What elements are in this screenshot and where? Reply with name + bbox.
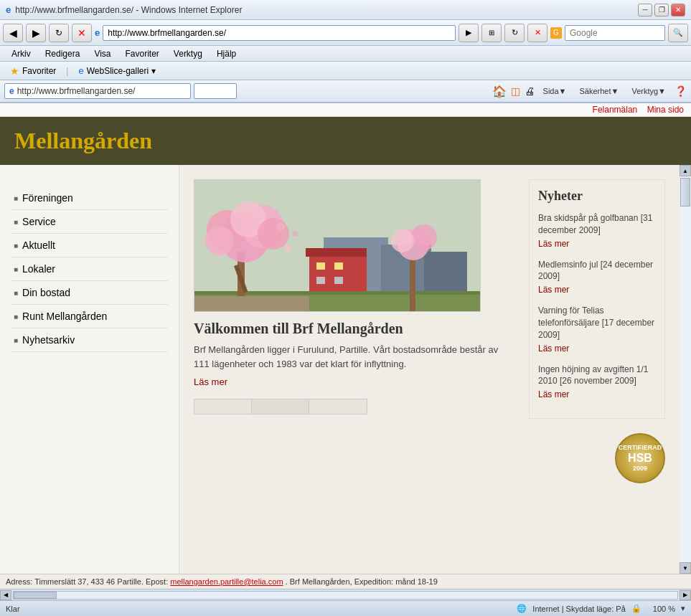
browser-status-bar: Klar 🌐 Internet | Skyddat läge: På 🔒 100… (0, 600, 691, 616)
news-item-0-text: Bra skidspår på golfbanan [31 december 2… (538, 212, 656, 237)
chevron-down-icon[interactable]: ▾ (681, 604, 685, 613)
scroll-left-arrow[interactable]: ◀ (0, 590, 11, 600)
sida-button[interactable]: Sida▼ (539, 85, 571, 97)
nav-item-foreningen[interactable]: ■ Föreningen (11, 186, 168, 210)
hero-image (194, 179, 481, 312)
bullet-icon: ■ (14, 265, 18, 273)
scroll-thumb[interactable] (680, 178, 690, 207)
nav-item-lokaler[interactable]: ■ Lokaler (11, 257, 168, 281)
nav-item-service[interactable]: ■ Service (11, 210, 168, 234)
google-icon: G (550, 27, 562, 39)
home-icon[interactable]: 🏠 (492, 85, 507, 98)
restore-button[interactable]: ❐ (654, 4, 669, 16)
vertical-scrollbar[interactable]: ▲ ▼ (680, 165, 691, 574)
address-footer: Adress: Timmerslätt 37, 433 46 Partille.… (0, 574, 691, 589)
window-controls: ─ ❐ ✕ (638, 4, 685, 16)
footer-suffix: . Brf Mellangården, Expedition: månd 18-… (286, 577, 438, 586)
refresh-button[interactable]: ↻ (49, 24, 69, 42)
news-item-1-text: Medlemsinfo jul [24 december 2009] (538, 259, 656, 283)
search-input[interactable] (565, 25, 665, 41)
article-title: Välkommen till Brf Mellangården (194, 321, 514, 337)
svg-rect-23 (410, 259, 415, 312)
scroll-up-arrow[interactable]: ▲ (680, 165, 691, 176)
sakerhet-button[interactable]: Säkerhet▼ (575, 85, 624, 97)
stop-button[interactable]: ✕ (72, 24, 92, 42)
news-item-3-link[interactable]: Läs mer (538, 389, 569, 399)
news-item-1: Medlemsinfo jul [24 december 2009] Läs m… (538, 259, 656, 295)
menu-favoriter[interactable]: Favoriter (120, 47, 165, 60)
news-item-0: Bra skidspår på golfbanan [31 december 2… (538, 212, 656, 249)
minimize-button[interactable]: ─ (638, 4, 652, 16)
forward-button[interactable]: ▶ (26, 24, 46, 42)
lock-icon: 🔒 (631, 604, 641, 613)
svg-point-26 (391, 229, 414, 252)
svg-point-21 (292, 231, 298, 237)
horizontal-scrollbar[interactable]: ◀ ▶ (0, 589, 691, 600)
feeds-icon[interactable]: ◫ (511, 85, 520, 97)
status-right: 🌐 Internet | Skyddat läge: På 🔒 100 % ▾ (517, 604, 685, 613)
zoom-level: 100 % (653, 605, 675, 613)
h-scroll-track (13, 591, 678, 600)
hsb-badge: CERTIFIERAD HSB 2009 (615, 433, 665, 483)
article-text: Brf Mellangården ligger i Furulund, Part… (194, 343, 514, 371)
news-item-2-link[interactable]: Läs mer (538, 343, 569, 354)
svg-point-22 (276, 222, 285, 231)
nav-item-aktuellt[interactable]: ■ Aktuellt (11, 234, 168, 257)
article-read-more[interactable]: Läs mer (194, 376, 227, 387)
top-links-bar: Felanmälan Mina sido (0, 103, 691, 117)
svg-point-25 (411, 224, 437, 250)
verktyg-button[interactable]: Verktyg▼ (627, 85, 670, 97)
scroll-right-arrow[interactable]: ▶ (680, 590, 691, 600)
site-header: Mellangården (0, 117, 691, 165)
second-toolbar: e http://www.brfmellangarden.se/ 🏠 ◫ 🖨 S… (0, 80, 691, 103)
webslice-icon: e (78, 65, 83, 76)
news-item-1-link[interactable]: Läs mer (538, 285, 569, 295)
address-input[interactable] (103, 25, 456, 41)
h-scroll-thumb[interactable] (14, 592, 57, 599)
content-area: ■ Föreningen ■ Service ■ Aktuellt ■ (0, 165, 680, 574)
hsb-main-text: HSB (628, 452, 652, 465)
search-box-wrap: G 🔍 (550, 24, 688, 42)
footer-email[interactable]: mellangarden.partille@telia.com (170, 577, 283, 586)
svg-point-20 (284, 245, 291, 252)
news-sidebar: Nyheter Bra skidspår på golfbanan [31 de… (529, 179, 665, 559)
go-button[interactable]: ▶ (459, 24, 479, 42)
nav-item-nyhetsarkiv[interactable]: ■ Nyhetsarkiv (11, 328, 168, 352)
page-content: Mellangården ■ Föreningen ■ Service (0, 117, 691, 589)
nav-item-dinbostad[interactable]: ■ Din bostad (11, 281, 168, 305)
search-button[interactable]: 🔍 (668, 24, 688, 42)
footer-address: Adress: Timmerslätt 37, 433 46 Partille.… (6, 577, 168, 586)
menu-bar: Arkiv Redigera Visa Favoriter Verktyg Hj… (0, 46, 691, 62)
news-item-3-text: Ingen höjning av avgiften 1/1 2010 [26 n… (538, 364, 656, 388)
refresh2-button[interactable]: ↻ (504, 24, 525, 42)
menu-arkiv[interactable]: Arkiv (6, 47, 37, 60)
webslice-button[interactable]: e WebSlice-galleri ▾ (74, 64, 160, 77)
stop2-button[interactable]: ✕ (527, 24, 547, 42)
news-item-3: Ingen höjning av avgiften 1/1 2010 [26 n… (538, 364, 656, 400)
bullet-icon: ■ (14, 313, 18, 321)
svg-rect-6 (316, 262, 325, 270)
print-icon[interactable]: 🖨 (525, 85, 535, 97)
site-title: Mellangården (14, 128, 677, 154)
certif-badge: CERTIFIERAD HSB 2009 (529, 433, 665, 483)
favorites-button[interactable]: ★ Favoriter (6, 64, 60, 78)
back-button[interactable]: ◀ (3, 24, 23, 42)
scroll-down-arrow[interactable]: ▼ (680, 562, 691, 574)
help-icon[interactable]: ❓ (674, 85, 687, 97)
search-field-2[interactable] (194, 83, 237, 99)
feeds-button[interactable]: ⊞ (481, 24, 502, 42)
menu-redigera[interactable]: Redigera (39, 47, 86, 60)
hsb-top-text: CERTIFIERAD (619, 444, 662, 452)
news-item-0-link[interactable]: Läs mer (538, 239, 569, 249)
address-field-display: e http://www.brfmellangarden.se/ (4, 83, 191, 99)
mina-sidor-link[interactable]: Mina sido (647, 105, 684, 115)
news-item-2: Varning för Telias telefonförsäljare [17… (538, 305, 656, 353)
menu-visa[interactable]: Visa (88, 47, 116, 60)
menu-verktyg[interactable]: Verktyg (168, 47, 208, 60)
menu-hjalp[interactable]: Hjälp (211, 47, 242, 60)
nav-item-runt[interactable]: ■ Runt Mellangården (11, 305, 168, 328)
close-button[interactable]: ✕ (671, 4, 685, 16)
scroll-track (680, 176, 691, 562)
felanmalan-link[interactable]: Felanmälan (593, 105, 638, 115)
address-bar-wrap: e ▶ ⊞ ↻ ✕ (95, 24, 547, 42)
